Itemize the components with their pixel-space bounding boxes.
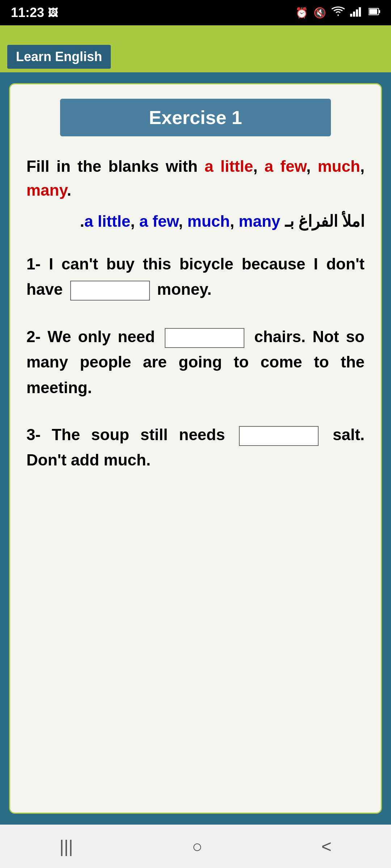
question-2-text-before: We only need xyxy=(47,328,155,345)
alarm-icon: ⏰ xyxy=(295,7,308,19)
word-much-en: much xyxy=(318,157,360,175)
status-time: 11:23 🖼 xyxy=(11,5,58,20)
question-3-text-before: The soup still needs xyxy=(52,426,225,443)
svg-rect-0 xyxy=(350,14,352,17)
question-3-input[interactable] xyxy=(239,426,319,446)
question-2-input[interactable] xyxy=(165,328,244,348)
questions-container: 1- I can't buy this bicycle because I do… xyxy=(26,251,365,473)
time-display: 11:23 xyxy=(11,5,44,20)
svg-rect-6 xyxy=(369,9,377,14)
question-1-input[interactable] xyxy=(70,281,150,301)
battery-icon xyxy=(369,7,380,18)
question-3-number: 3- xyxy=(26,426,41,443)
mute-icon: 🔇 xyxy=(314,7,326,19)
exercise-title: Exercise 1 xyxy=(149,107,242,128)
exercise-title-box: Exercise 1 xyxy=(60,99,331,136)
word-many-en: many xyxy=(26,181,67,199)
question-3: 3- The soup still needs salt. Don't add … xyxy=(26,422,365,473)
status-icons: ⏰ 🔇 xyxy=(295,7,380,19)
svg-rect-1 xyxy=(353,12,355,17)
word-much-ar: much xyxy=(188,212,230,230)
word-a-few-en: a few xyxy=(265,157,306,175)
menu-button[interactable]: ||| xyxy=(59,837,73,856)
exercise-card: Exercise 1 Fill in the blanks with a lit… xyxy=(9,83,382,814)
app-header: Learn English xyxy=(0,25,391,72)
main-content: Exercise 1 Fill in the blanks with a lit… xyxy=(0,72,391,825)
app-logo: Learn English xyxy=(7,45,111,69)
word-many-ar: many xyxy=(239,212,280,230)
wifi-icon xyxy=(332,7,345,19)
instructions: Fill in the blanks with a little, a few,… xyxy=(26,154,365,233)
word-a-little-en: a little xyxy=(205,157,253,175)
svg-rect-5 xyxy=(379,10,380,13)
question-1-text-after: money. xyxy=(157,280,212,298)
question-2: 2- We only need chairs. Not so many peop… xyxy=(26,324,365,400)
svg-rect-3 xyxy=(359,7,361,17)
instruction-english: Fill in the blanks with a little, a few,… xyxy=(26,154,365,202)
word-a-few-ar: a few xyxy=(139,212,178,230)
instruction-arabic: املأ الفراغ بـ a little, a few, much, ma… xyxy=(26,209,365,233)
signal-icon xyxy=(350,7,363,19)
question-1-number: 1- xyxy=(26,255,41,273)
word-a-little-ar: a little xyxy=(84,212,130,230)
question-2-number: 2- xyxy=(26,328,41,345)
question-1: 1- I can't buy this bicycle because I do… xyxy=(26,251,365,302)
svg-rect-2 xyxy=(356,9,358,17)
app-name-label: Learn English xyxy=(16,49,102,64)
nav-bar: ||| ○ < xyxy=(0,825,391,868)
status-bar: 11:23 🖼 ⏰ 🔇 xyxy=(0,0,391,25)
gallery-icon: 🖼 xyxy=(48,7,58,19)
home-button[interactable]: ○ xyxy=(192,837,202,856)
back-button[interactable]: < xyxy=(321,837,332,856)
